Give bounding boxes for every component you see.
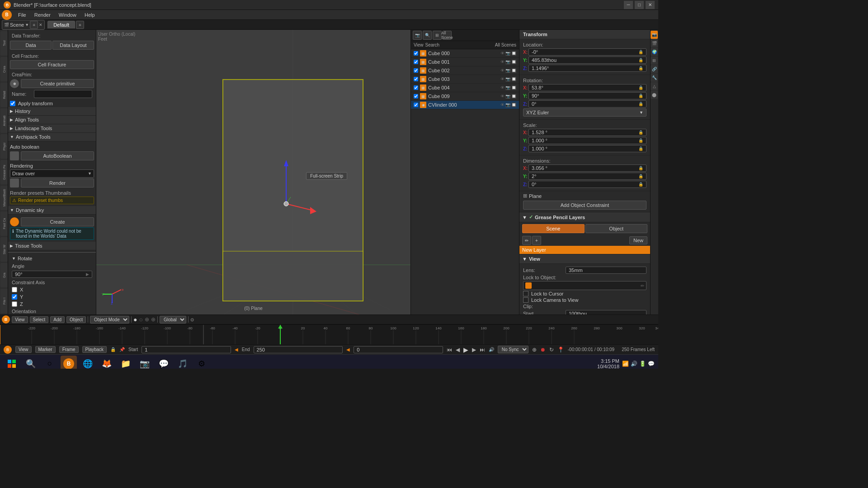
taskbar-firefox[interactable]: 🦊: [99, 356, 115, 369]
lock-cursor-label[interactable]: Lock to Cursor: [523, 291, 564, 296]
render-icon-000[interactable]: 🔲: [511, 51, 516, 56]
taskbar-cortana[interactable]: ○: [42, 356, 58, 369]
strip-fast-ca[interactable]: Fast Ca: [0, 211, 8, 236]
tr-tab-4[interactable]: All Scene: [443, 31, 452, 40]
align-tools-collapsible[interactable]: ▶ Align Tools: [8, 116, 96, 124]
add-scene-tab[interactable]: +: [30, 21, 38, 29]
tl-skip-start[interactable]: ⏮: [447, 347, 452, 353]
tl-marker-btn[interactable]: Marker: [35, 346, 56, 353]
axis-y-checkbox[interactable]: [12, 294, 17, 300]
eye-icon-003[interactable]: 👁: [500, 77, 505, 81]
obj-visibility-check-002[interactable]: [414, 68, 418, 73]
viewport[interactable]: User Ortho (Local) Feet: [96, 30, 410, 314]
start-frame-field[interactable]: 1: [142, 346, 231, 353]
dim-y-field[interactable]: 2° 🔒: [528, 173, 646, 180]
draw-over-select[interactable]: Draw over ▼: [10, 169, 94, 178]
current-frame-field[interactable]: 0: [354, 346, 443, 353]
all-scene-header[interactable]: All Scenes: [495, 42, 516, 47]
clip-start-field[interactable]: 100thou: [566, 310, 646, 314]
strip-tool[interactable]: Tool: [0, 31, 8, 56]
taskbar-app1[interactable]: 📷: [137, 356, 153, 369]
scale-x-lock[interactable]: 🔒: [638, 130, 643, 135]
menu-file[interactable]: File: [14, 11, 30, 19]
gp-new-btn[interactable]: New: [629, 236, 647, 244]
obj-visibility-check-003[interactable]: [414, 77, 418, 81]
rot-y-lock[interactable]: 🔒: [638, 94, 643, 98]
eye-icon-cyl[interactable]: 👁: [500, 103, 505, 107]
dynamic-sky-collapsible[interactable]: ▼ Dynamic sky: [8, 206, 96, 215]
taskbar-app3[interactable]: 🎵: [175, 356, 191, 369]
eye-icon-009[interactable]: 👁: [500, 94, 505, 99]
obj-visibility-check-004[interactable]: [414, 85, 418, 90]
tray-volume[interactable]: 🔊: [631, 361, 637, 367]
list-item-cube004[interactable]: ▦ Cube 004 👁 📷 🔲: [411, 84, 519, 92]
view-header[interactable]: View: [414, 42, 424, 47]
loc-y-lock[interactable]: 🔒: [638, 58, 643, 62]
lock-camera-checkbox[interactable]: [523, 297, 528, 303]
loc-x-lock[interactable]: 🔒: [638, 50, 643, 54]
data-layout-btn[interactable]: Data Layout: [52, 41, 94, 50]
dim-x-lock[interactable]: 🔒: [638, 166, 643, 170]
menu-help[interactable]: Help: [81, 11, 99, 19]
tab-default[interactable]: Default: [47, 21, 75, 28]
props-tab-object[interactable]: ⊞: [651, 56, 658, 65]
add-object-constraint-btn[interactable]: Add Object Constraint: [523, 201, 646, 210]
dim-z-lock[interactable]: 🔒: [638, 182, 643, 187]
lock-object-field[interactable]: ✏: [523, 281, 646, 290]
data-btn[interactable]: Data: [10, 41, 52, 50]
tl-prev-frame[interactable]: ◀: [456, 347, 460, 353]
list-item-cube009[interactable]: ▦ Cube 009 👁 📷 🔲: [411, 92, 519, 101]
render-btn[interactable]: Render: [21, 178, 94, 188]
tl-marker2-icon[interactable]: 📍: [557, 347, 564, 353]
dim-y-lock[interactable]: 🔒: [638, 174, 643, 178]
taskbar-files[interactable]: 📁: [118, 356, 134, 369]
tl-sync-select[interactable]: No Sync: [498, 346, 528, 353]
tl-view-btn[interactable]: View: [15, 346, 32, 353]
cam-icon-002[interactable]: 📷: [505, 68, 510, 73]
props-tab-data[interactable]: △: [651, 82, 658, 90]
scale-z-field[interactable]: 1.000 ° 🔒: [528, 145, 646, 152]
strip-grease-pe[interactable]: Grease Pe: [0, 160, 8, 184]
lock-object-icon[interactable]: ✏: [641, 283, 644, 288]
strip-animati[interactable]: Animati: [0, 108, 8, 133]
tray-notification[interactable]: 💬: [648, 361, 655, 367]
search-header[interactable]: Search: [425, 42, 440, 47]
props-tab-material[interactable]: ⬤: [651, 91, 658, 99]
cam-icon-001[interactable]: 📷: [505, 60, 510, 64]
euler-dropdown[interactable]: XYZ Euler ▼: [523, 108, 646, 117]
render-icon-002[interactable]: 🔲: [511, 68, 516, 73]
lock-cursor-checkbox[interactable]: [523, 291, 528, 296]
scene-dropdown[interactable]: Scene: [10, 22, 24, 28]
tray-battery[interactable]: 🔋: [639, 361, 646, 367]
scale-y-field[interactable]: 1.000 ° 🔒: [528, 137, 646, 144]
render-preset-thumbs-btn[interactable]: ⚠ Render preset thumbs: [10, 197, 94, 204]
vp-render-icon[interactable]: ⊕: [151, 316, 156, 323]
strip-manuelbasti[interactable]: ManuelBasti: [0, 186, 8, 210]
eye-icon-001[interactable]: 👁: [500, 60, 505, 64]
tl-record-btn[interactable]: ⏺: [540, 347, 546, 353]
archipack-tools-collapsible[interactable]: ▼ Archipack Tools: [8, 133, 96, 141]
loc-z-field[interactable]: 1.1496° 🔒: [528, 65, 646, 72]
auto-boolean-btn[interactable]: AutoBoolean: [21, 151, 94, 160]
vp-solid-icon[interactable]: ●: [133, 316, 137, 323]
taskbar-app4[interactable]: ⚙: [193, 356, 210, 369]
rot-x-field[interactable]: 53.8° 🔒: [528, 84, 646, 91]
obj-visibility-check-001[interactable]: [414, 60, 418, 64]
scale-x-field[interactable]: 1.528 ° 🔒: [528, 129, 646, 136]
tr-tab-3[interactable]: ⊞: [433, 31, 442, 40]
strip-physi[interactable]: Physi: [0, 134, 8, 159]
gp-add-icon[interactable]: +: [532, 236, 541, 245]
render-icon-004[interactable]: 🔲: [511, 85, 516, 90]
create-primitive-btn[interactable]: Create primitive: [21, 79, 94, 88]
gp-object-btn[interactable]: Object: [585, 224, 648, 233]
render-icon-001[interactable]: 🔲: [511, 60, 516, 64]
lens-field[interactable]: 35mm: [566, 267, 646, 274]
props-tab-constraint[interactable]: 🔗: [651, 65, 658, 73]
vp-material-icon[interactable]: ⊕: [145, 316, 149, 323]
start-button[interactable]: [4, 356, 20, 369]
cam-icon-004[interactable]: 📷: [505, 85, 510, 90]
render-icon-009[interactable]: 🔲: [511, 94, 516, 99]
end-frame-field[interactable]: 250: [254, 346, 343, 353]
grease-pencil-collapsible[interactable]: ▼ ✓ Grease Pencil Layers: [519, 212, 650, 222]
tl-frame-btn[interactable]: Frame: [59, 346, 79, 353]
